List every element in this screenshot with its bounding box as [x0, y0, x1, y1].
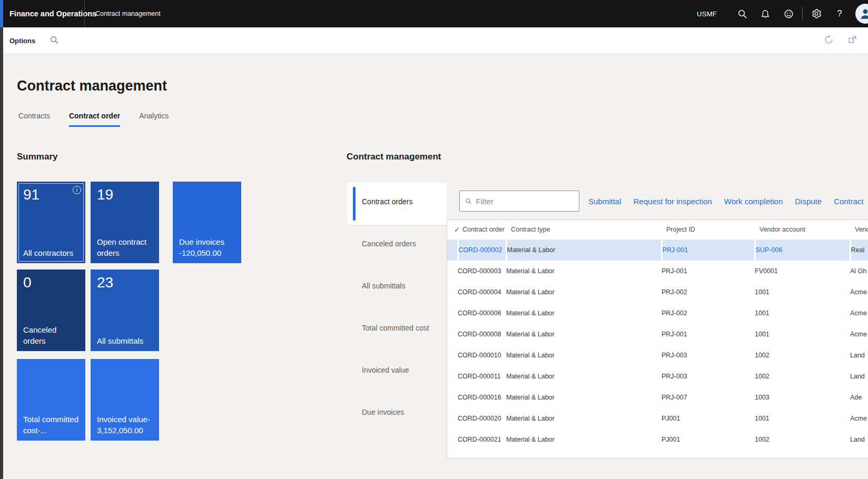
cell-vendor-account[interactable]: 1001 [755, 303, 850, 324]
row-select-cell[interactable] [447, 282, 458, 303]
cell-vendor-account[interactable]: 1001 [755, 324, 850, 345]
search-icon[interactable] [731, 0, 754, 27]
row-select-cell[interactable] [447, 324, 458, 345]
cell-vendor-account[interactable]: 1001 [755, 408, 850, 429]
help-icon[interactable]: ? [828, 0, 851, 27]
tab-contracts[interactable]: Contracts [18, 112, 50, 127]
cell-project-id[interactable]: PRJ-003 [662, 345, 755, 366]
cell-project-id[interactable]: PJ001 [662, 408, 755, 429]
settings-gear-icon[interactable] [805, 0, 828, 27]
table-row[interactable]: CORD-000011 Material & Labor PRJ-003 100… [447, 366, 868, 387]
cell-project-id[interactable]: PRJ-002 [662, 303, 755, 324]
table-row[interactable]: CORD-000006 Material & Labor PRJ-002 100… [447, 303, 868, 324]
product-name[interactable]: Finance and Operations [9, 0, 96, 27]
options-menu[interactable]: Options [9, 27, 35, 54]
nav-divider [348, 225, 447, 226]
table-row[interactable]: CORD-000008 Material & Labor PRJ-001 100… [447, 324, 868, 345]
cell-vendor-name: Land [850, 429, 868, 450]
tab-analytics[interactable]: Analytics [139, 112, 169, 127]
cell-contract-type: Material & Labor [506, 408, 662, 429]
tile-open-contract-orders[interactable]: 19 Open contract orders [91, 182, 159, 263]
cell-vendor-account[interactable]: 1001 [755, 282, 850, 303]
cell-contract-order[interactable]: CORD-000011 [458, 366, 506, 387]
tile-all-contractors[interactable]: 91 i All contractors [17, 182, 85, 263]
table-row[interactable]: CORD-000003 Material & Labor PRJ-001 FV0… [447, 261, 868, 282]
cell-contract-order[interactable]: CORD-000006 [458, 303, 506, 324]
cell-project-id[interactable]: PRJ-001 [662, 261, 755, 282]
row-select-cell[interactable] [447, 429, 458, 450]
table-row[interactable]: CORD-000020 Material & Labor PJ001 1001 … [447, 408, 868, 429]
notifications-bell-icon[interactable] [754, 0, 777, 27]
nav-item-canceled-orders[interactable]: Canceled orders [362, 240, 416, 248]
cell-contract-type: Material & Labor [506, 366, 662, 387]
col-header-project-id[interactable]: Project ID [662, 220, 755, 240]
cell-vendor-account[interactable]: 1002 [755, 345, 850, 366]
user-avatar[interactable] [855, 4, 868, 24]
tile-label: Due invoices -120,050.00 [179, 236, 236, 260]
tile-due-invoices[interactable]: Due invoices -120,050.00 [173, 182, 241, 263]
cell-contract-order[interactable]: CORD-000021 [458, 429, 506, 450]
table-row[interactable]: CORD-000002 Material & Labor PRJ-001 SUP… [447, 240, 868, 261]
cell-contract-order[interactable]: CORD-000010 [458, 345, 506, 366]
link-request-for-inspection[interactable]: Request for inspection [634, 197, 712, 206]
cell-contract-type: Material & Labor [506, 387, 662, 408]
nav-item-contract-orders[interactable]: Contract orders [362, 197, 412, 206]
cell-project-id[interactable]: PJ001 [662, 429, 755, 450]
nav-item-due-invoices[interactable]: Due invoices [362, 408, 404, 416]
cell-project-id[interactable]: PRJ-007 [662, 387, 755, 408]
company-picker[interactable]: USMF [697, 10, 717, 18]
cell-contract-type: Material & Labor [506, 282, 662, 303]
cell-contract-order[interactable]: CORD-000016 [458, 387, 506, 408]
row-select-cell[interactable] [447, 303, 458, 324]
link-submittal[interactable]: Submittal [588, 197, 622, 206]
link-contract[interactable]: Contract [834, 197, 864, 206]
row-select-cell[interactable] [447, 240, 458, 261]
cell-project-id[interactable]: PRJ-002 [662, 282, 755, 303]
cell-project-id[interactable]: PRJ-001 [662, 240, 755, 261]
select-all-checkmark-icon[interactable]: ✓ [447, 220, 458, 240]
col-header-vendor-account[interactable]: Vendor account [755, 220, 850, 240]
col-header-vendor-name[interactable]: Vendor name [850, 220, 868, 240]
table-row[interactable]: CORD-000021 Material & Labor PJ001 1002 … [447, 429, 868, 450]
nav-item-all-submittals[interactable]: All submittals [362, 282, 405, 290]
action-search-icon[interactable] [50, 35, 59, 47]
open-in-new-window-icon[interactable] [847, 35, 857, 47]
row-select-cell[interactable] [447, 345, 458, 366]
nav-item-total-committed-cost[interactable]: Total committed cost [362, 324, 429, 332]
col-header-contract-order[interactable]: Contract order [458, 220, 506, 240]
row-select-cell[interactable] [447, 366, 458, 387]
tile-invoiced-value[interactable]: Invoiced value-3,152,050.00 [91, 359, 159, 441]
cell-vendor-name: Acme [850, 408, 868, 429]
cell-contract-order[interactable]: CORD-000020 [458, 408, 506, 429]
cell-vendor-account[interactable]: SUP-006 [755, 240, 850, 261]
row-select-cell[interactable] [447, 261, 458, 282]
row-select-cell[interactable] [447, 408, 458, 429]
table-row[interactable]: CORD-000010 Material & Labor PRJ-003 100… [447, 345, 868, 366]
cell-vendor-account[interactable]: 1003 [755, 387, 850, 408]
cell-contract-order[interactable]: CORD-000008 [458, 324, 506, 345]
feedback-smiley-icon[interactable] [777, 0, 800, 27]
cell-project-id[interactable]: PRJ-003 [662, 366, 755, 387]
cell-contract-order[interactable]: CORD-000002 [458, 240, 506, 261]
cell-vendor-account[interactable]: 1002 [755, 366, 850, 387]
refresh-icon[interactable] [824, 35, 834, 47]
table-row[interactable]: CORD-000004 Material & Labor PRJ-002 100… [447, 282, 868, 303]
cell-contract-order[interactable]: CORD-000003 [458, 261, 506, 282]
tab-contract-order[interactable]: Contract order [69, 112, 120, 127]
grid-filter-box[interactable] [459, 191, 579, 212]
tile-all-submittals[interactable]: 23 All submittals [91, 270, 159, 351]
cell-project-id[interactable]: PRJ-001 [662, 324, 755, 345]
info-icon[interactable]: i [73, 186, 81, 194]
cell-vendor-account[interactable]: FV0001 [755, 261, 850, 282]
cell-vendor-account[interactable]: 1002 [755, 429, 850, 450]
cell-contract-order[interactable]: CORD-000004 [458, 282, 506, 303]
table-row[interactable]: CORD-000016 Material & Labor PRJ-007 100… [447, 387, 868, 408]
tile-total-committed-cost[interactable]: Total committed cost-... [17, 359, 85, 441]
col-header-contract-type[interactable]: Contract type [506, 220, 662, 240]
link-dispute[interactable]: Dispute [795, 197, 822, 206]
link-work-completion[interactable]: Work completion [724, 197, 783, 206]
tile-canceled-orders[interactable]: 0 Canceled orders [17, 270, 85, 351]
nav-item-invoiced-value[interactable]: Invoiced value [362, 366, 409, 374]
filter-input[interactable] [476, 197, 574, 206]
row-select-cell[interactable] [447, 387, 458, 408]
